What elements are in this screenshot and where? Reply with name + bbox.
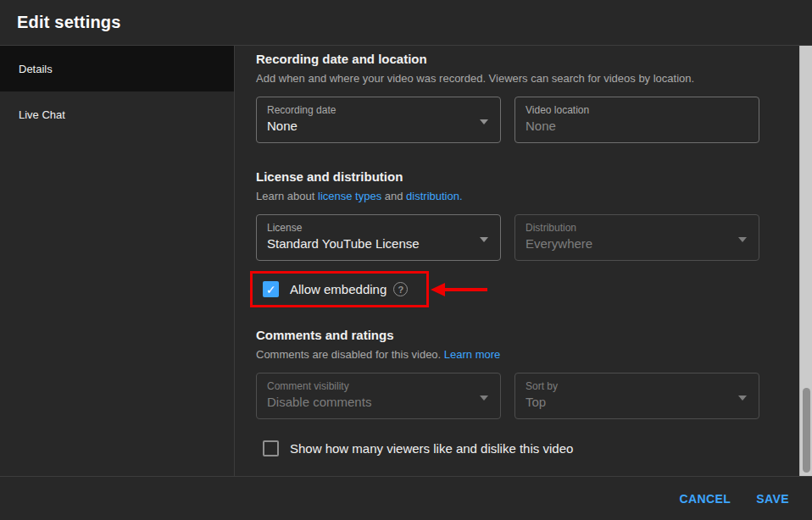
section-comments: Comments and ratings Comments are disabl…: [256, 327, 812, 456]
save-button[interactable]: SAVE: [756, 492, 789, 506]
field-label: Comment visibility: [267, 380, 490, 392]
chevron-down-icon: [480, 119, 488, 124]
sort-by-dropdown: Sort by Top: [514, 373, 759, 419]
field-value: None: [267, 119, 490, 134]
scrollbar-thumb[interactable]: [803, 388, 810, 473]
allow-embedding-checkbox[interactable]: ✓: [263, 281, 279, 297]
license-types-link[interactable]: license types: [318, 190, 381, 202]
show-likes-row: Show how many viewers like and dislike t…: [263, 440, 812, 456]
section-recording: Recording date and location Add when and…: [256, 51, 812, 143]
arrow-shaft: [445, 288, 487, 291]
video-location-input[interactable]: Video location None: [514, 97, 759, 143]
show-likes-label: Show how many viewers like and dislike t…: [290, 441, 573, 456]
comment-visibility-dropdown: Comment visibility Disable comments: [256, 373, 501, 419]
learn-more-link[interactable]: Learn more: [444, 348, 500, 361]
dialog-header: Edit settings: [0, 0, 812, 46]
sidebar-item-live-chat[interactable]: Live Chat: [0, 91, 234, 137]
checkmark-icon: ✓: [266, 283, 276, 296]
field-value: Everywhere: [526, 236, 748, 252]
section-title: Comments and ratings: [256, 327, 812, 344]
field-label: Recording date: [267, 104, 490, 116]
page-title: Edit settings: [17, 13, 121, 32]
section-subtitle: Add when and where your video was record…: [256, 71, 812, 86]
distribution-dropdown: Distribution Everywhere: [514, 214, 759, 261]
field-label: Distribution: [526, 222, 748, 234]
sidebar-item-label: Live Chat: [19, 108, 65, 121]
recording-field-row: Recording date None Video location None: [256, 97, 759, 143]
edit-settings-dialog: Edit settings Details Live Chat Recordin…: [0, 0, 812, 520]
dialog-footer: CANCEL SAVE: [0, 476, 812, 520]
sidebar: Details Live Chat: [0, 46, 235, 476]
chevron-down-icon: [738, 396, 747, 401]
distribution-link[interactable]: distribution: [406, 190, 459, 202]
subtitle-text: Learn about: [256, 190, 318, 202]
subtitle-text: Comments are disabled for this video.: [256, 348, 444, 361]
section-title: License and distribution: [256, 169, 812, 185]
help-glyph: ?: [398, 284, 403, 296]
allow-embedding-highlight-box: ✓ Allow embedding ?: [250, 271, 429, 307]
chevron-down-icon: [738, 237, 747, 242]
chevron-down-icon: [480, 237, 488, 242]
subtitle-text: and: [381, 190, 406, 202]
field-value: Disable comments: [267, 395, 490, 410]
dialog-body: Details Live Chat Recording date and loc…: [0, 46, 812, 476]
field-value: Standard YouTube License: [267, 236, 490, 252]
license-field-row: License Standard YouTube License Distrib…: [256, 214, 759, 261]
help-icon[interactable]: ?: [393, 282, 408, 296]
scrollbar-track[interactable]: [799, 46, 812, 476]
section-subtitle: Learn about license types and distributi…: [256, 189, 812, 204]
section-license: License and distribution Learn about lic…: [256, 169, 812, 307]
field-label: License: [267, 222, 490, 234]
recording-date-dropdown[interactable]: Recording date None: [256, 97, 501, 143]
cancel-button[interactable]: CANCEL: [680, 492, 731, 506]
section-title: Recording date and location: [256, 51, 812, 68]
field-placeholder: None: [526, 119, 748, 134]
arrow-head-icon: [431, 283, 445, 296]
settings-content: Recording date and location Add when and…: [235, 46, 812, 476]
red-arrow-annotation: [431, 283, 487, 296]
show-likes-checkbox[interactable]: [263, 440, 279, 456]
sidebar-item-details[interactable]: Details: [0, 46, 234, 91]
field-label: Video location: [526, 104, 748, 116]
field-label: Sort by: [526, 380, 748, 392]
allow-embedding-row: ✓ Allow embedding ?: [263, 281, 408, 297]
field-value: Top: [526, 395, 748, 410]
sidebar-item-label: Details: [19, 63, 53, 75]
subtitle-period: .: [459, 190, 463, 202]
license-dropdown[interactable]: License Standard YouTube License: [256, 214, 501, 261]
section-subtitle: Comments are disabled for this video. Le…: [256, 347, 812, 362]
chevron-down-icon: [480, 396, 488, 401]
allow-embedding-label: Allow embedding: [290, 282, 387, 296]
comments-field-row: Comment visibility Disable comments Sort…: [256, 373, 759, 419]
